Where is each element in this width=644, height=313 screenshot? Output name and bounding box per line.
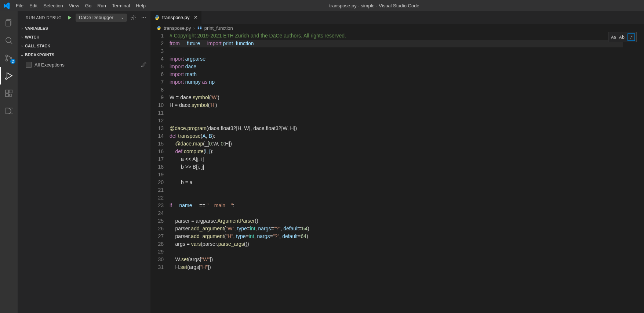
code-line[interactable]: parser.add_argument("W", type=int, nargs… xyxy=(170,225,644,233)
menu-help[interactable]: Help xyxy=(133,0,149,11)
svg-point-4 xyxy=(6,60,8,61)
code-line[interactable]: @dace.program(dace.float32[H, W], dace.f… xyxy=(170,125,644,132)
code-line[interactable]: b = a xyxy=(170,179,644,186)
panel-breakpoints[interactable]: ⌄BREAKPOINTS xyxy=(18,50,150,59)
debug-config-select[interactable]: DaCe Debugger ⌄ xyxy=(76,14,127,22)
python-file-icon xyxy=(154,15,160,21)
svg-rect-8 xyxy=(6,90,8,93)
code-line[interactable]: import dace xyxy=(170,63,644,71)
code-line[interactable] xyxy=(170,47,644,55)
code-line[interactable] xyxy=(170,186,644,194)
code-line[interactable] xyxy=(170,117,644,125)
svg-point-7 xyxy=(6,78,7,79)
source-control-icon[interactable]: 2 xyxy=(0,49,18,67)
code-line[interactable]: from __future__ import print_function xyxy=(170,40,644,47)
code-line[interactable] xyxy=(170,209,644,217)
menu-view[interactable]: View xyxy=(66,0,82,11)
editor-area: transpose.py ✕ transpose.py › print_func… xyxy=(150,11,644,313)
dace-icon[interactable] xyxy=(0,102,18,120)
bc-file: transpose.py xyxy=(164,25,191,31)
code-line[interactable] xyxy=(170,86,644,94)
bc-symbol: print_function xyxy=(204,25,233,31)
checkbox-icon[interactable] xyxy=(26,62,32,68)
svg-rect-14 xyxy=(198,27,199,28)
panel-variables[interactable]: ›VARIABLES xyxy=(18,24,150,33)
code-line[interactable]: a << A[j, i] xyxy=(170,155,644,163)
window-title: transpose.py - simple - Visual Studio Co… xyxy=(149,3,600,8)
symbol-icon xyxy=(197,25,202,30)
panel-callstack[interactable]: ›CALL STACK xyxy=(18,42,150,50)
bp-label: All Exceptions xyxy=(34,62,65,68)
breakpoint-all-exceptions[interactable]: All Exceptions xyxy=(23,61,150,69)
code-editor[interactable]: 1234567891011121314151617181920212223242… xyxy=(150,32,644,313)
menu-selection[interactable]: Selection xyxy=(40,0,66,11)
match-case[interactable]: Aa xyxy=(610,33,617,41)
gear-icon[interactable] xyxy=(129,14,137,22)
explorer-icon[interactable] xyxy=(0,14,18,32)
menu-run[interactable]: Run xyxy=(94,0,109,11)
svg-rect-17 xyxy=(200,28,201,29)
debug-config-label: DaCe Debugger xyxy=(79,15,113,20)
breadcrumbs[interactable]: transpose.py › print_function xyxy=(150,24,644,32)
tab-label: transpose.py xyxy=(162,15,189,20)
regex[interactable]: .* xyxy=(627,33,635,41)
code-line[interactable]: def compute(i, j): xyxy=(170,148,644,155)
code-line[interactable]: import argparse xyxy=(170,55,644,63)
svg-rect-1 xyxy=(6,21,10,26)
code-line[interactable]: parser = argparse.ArgumentParser() xyxy=(170,217,644,225)
code-line[interactable]: import math xyxy=(170,71,644,78)
menu-terminal[interactable]: Terminal xyxy=(109,0,133,11)
code-line[interactable]: parser.add_argument("H", type=int, nargs… xyxy=(170,233,644,240)
match-word[interactable]: A͟b͟l xyxy=(619,33,626,41)
debug-sidebar: RUN AND DEBUG DaCe Debugger ⌄ ⋯ ›VARIABL… xyxy=(18,11,150,313)
run-debug-icon[interactable] xyxy=(0,67,18,84)
scm-badge: 2 xyxy=(10,59,15,64)
svg-rect-16 xyxy=(198,28,199,29)
chevron-down-icon: ⌄ xyxy=(121,15,124,19)
svg-rect-11 xyxy=(10,94,12,96)
pencil-icon[interactable] xyxy=(141,62,147,68)
panel-watch[interactable]: ›WATCH xyxy=(18,33,150,42)
code-line[interactable]: b >> B[i, j] xyxy=(170,163,644,171)
tab-transpose[interactable]: transpose.py ✕ xyxy=(150,11,202,24)
python-file-icon xyxy=(156,25,161,30)
svg-point-3 xyxy=(6,55,8,57)
svg-marker-6 xyxy=(7,73,12,79)
minimap[interactable] xyxy=(623,32,644,313)
more-icon[interactable]: ⋯ xyxy=(139,14,148,22)
svg-marker-12 xyxy=(68,15,72,19)
svg-rect-15 xyxy=(200,27,201,28)
find-widget[interactable]: Aa A͟b͟l .* xyxy=(608,32,637,42)
extensions-icon[interactable] xyxy=(0,84,18,102)
code-line[interactable]: import numpy as np xyxy=(170,78,644,86)
activity-bar: 2 xyxy=(0,11,18,313)
code-line[interactable] xyxy=(170,248,644,256)
menu-file[interactable]: File xyxy=(13,0,26,11)
code-line[interactable] xyxy=(170,109,644,117)
vscode-logo-icon xyxy=(0,2,13,9)
search-icon[interactable] xyxy=(0,32,18,49)
svg-point-2 xyxy=(6,37,11,43)
code-line[interactable]: H.set(args["H"]) xyxy=(170,263,644,271)
tabs: transpose.py ✕ xyxy=(150,11,644,24)
code-line[interactable] xyxy=(170,194,644,202)
svg-rect-9 xyxy=(9,90,12,93)
close-icon[interactable]: ✕ xyxy=(194,15,198,20)
code-line[interactable]: args = vars(parser.parse_args()) xyxy=(170,240,644,248)
menubar: FileEditSelectionViewGoRunTerminalHelp t… xyxy=(0,0,644,11)
code-line[interactable]: H = dace.symbol('H') xyxy=(170,101,644,109)
debug-title: RUN AND DEBUG xyxy=(21,15,62,20)
code-line[interactable]: W.set(args["W"]) xyxy=(170,256,644,263)
code-line[interactable]: @dace.map(_[0:W, 0:H]) xyxy=(170,140,644,148)
svg-rect-10 xyxy=(6,94,8,97)
svg-point-13 xyxy=(132,17,134,18)
start-debug-button[interactable] xyxy=(66,14,73,21)
code-line[interactable]: def transpose(A, B): xyxy=(170,132,644,140)
code-line[interactable]: if __name__ == "__main__": xyxy=(170,202,644,209)
menu-go[interactable]: Go xyxy=(82,0,94,11)
menu-edit[interactable]: Edit xyxy=(26,0,40,11)
code-line[interactable] xyxy=(170,171,644,179)
debug-header: RUN AND DEBUG DaCe Debugger ⌄ ⋯ xyxy=(18,11,150,24)
code-line[interactable]: # Copyright 2019-2021 ETH Zurich and the… xyxy=(170,32,644,40)
code-line[interactable]: W = dace.symbol('W') xyxy=(170,94,644,101)
